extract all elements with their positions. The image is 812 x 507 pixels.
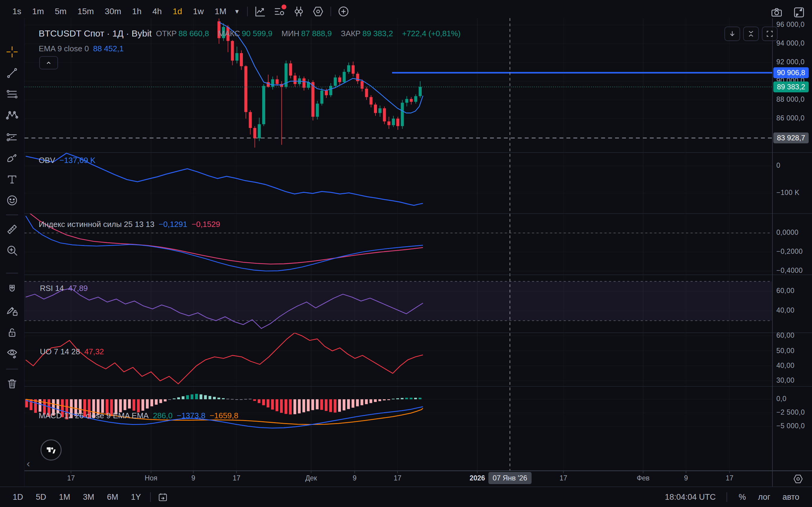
sidebar-divider: [6, 215, 18, 215]
price-axis-label: 92 000,0: [776, 58, 805, 66]
toolbar-divider: [247, 7, 248, 16]
bottom-toolbar: 1D5D1M3M6M1Y 18:04:04 UTC %логавто: [0, 487, 812, 507]
symbol-title[interactable]: BTCUSDT Спот · 1Д · Bybit: [39, 29, 152, 39]
ruler-icon[interactable]: [5, 223, 19, 236]
price-axis-label: 0,0000: [776, 228, 798, 237]
brush-icon[interactable]: [5, 152, 19, 165]
stat-close: ЗАКР89 383,2: [341, 29, 393, 38]
tsi-legend[interactable]: Индекс истинной силы 25 13 13 −0,1291 −0…: [39, 220, 220, 229]
drawing-toolbar: [0, 18, 24, 487]
toolbar-divider: [331, 7, 331, 16]
timezone-settings-icon[interactable]: [792, 473, 804, 486]
tradingview-logo[interactable]: [41, 439, 62, 460]
zoom-in-icon[interactable]: [5, 244, 19, 257]
lock-icon[interactable]: [5, 326, 19, 339]
trash-icon[interactable]: [5, 377, 19, 391]
bottom-divider: [150, 492, 151, 502]
scroll-to-recent-icon[interactable]: [724, 26, 740, 41]
time-axis-label: 9: [668, 474, 704, 482]
hide-drawings-icon[interactable]: [5, 346, 19, 360]
price-axis-label: −0,4000: [776, 267, 803, 275]
stat-high: МАКС90 599,9: [218, 29, 272, 38]
camera-icon[interactable]: [768, 4, 785, 20]
timeframe-4h[interactable]: 4h: [148, 4, 166, 19]
symbol-header[interactable]: BTCUSDT Спот · 1Д · Bybit ОТКР88 660,8 М…: [39, 29, 461, 39]
timeframe-1w[interactable]: 1w: [189, 4, 208, 19]
forecast-icon[interactable]: [5, 130, 19, 144]
timeframe-1M[interactable]: 1M: [210, 4, 231, 19]
xabcd-pattern-icon[interactable]: [5, 109, 19, 122]
timeframe-15m[interactable]: 15m: [73, 4, 98, 19]
price-axis-label: −2 500,0: [776, 408, 805, 416]
price-axis-label: 60,00: [776, 287, 795, 295]
top-right-actions: [768, 4, 807, 20]
time-axis-label: 9: [175, 474, 211, 482]
minimize-window-icon[interactable]: [791, 4, 807, 20]
timeframe-1s[interactable]: 1s: [8, 4, 26, 19]
timeframe-30m[interactable]: 30m: [100, 4, 126, 19]
text-tool-icon[interactable]: [5, 173, 19, 186]
time-axis[interactable]: 17Ноя917Дек917202617Фев91707 Янв '26: [24, 471, 812, 487]
price-axis-label: −5 000,0: [776, 422, 805, 430]
time-axis-label: 9: [337, 474, 373, 482]
magnet-icon[interactable]: [5, 283, 19, 296]
price-axis-label: 30,00: [776, 376, 795, 385]
timeframe-5m[interactable]: 5m: [50, 4, 71, 19]
maximize-pane-icon[interactable]: [762, 26, 777, 41]
price-axis-label: 40,00: [776, 306, 795, 315]
time-axis-label: 17: [711, 474, 748, 482]
template-hexagon-icon[interactable]: [310, 3, 326, 19]
timeframe-1h[interactable]: 1h: [128, 4, 146, 19]
toggle-лог[interactable]: лог: [753, 491, 775, 504]
chart-quick-buttons: [724, 26, 777, 41]
clock[interactable]: 18:04:04 UTC: [661, 493, 720, 502]
collapse-panes-icon[interactable]: [743, 26, 759, 41]
timeframe-1m[interactable]: 1m: [28, 4, 49, 19]
price-axis-label: 60,00: [776, 331, 795, 339]
indicators-icon[interactable]: [271, 3, 288, 19]
range-1D[interactable]: 1D: [8, 491, 28, 504]
collapse-legend-button[interactable]: [39, 56, 58, 69]
obv-legend[interactable]: OBV −137,69 K: [39, 156, 95, 165]
macd-legend[interactable]: MACD 12 26 close 9 EMA EMA 286,0 −1373,8…: [39, 411, 238, 420]
range-5D[interactable]: 5D: [31, 491, 51, 504]
ema-legend[interactable]: EMA 9 close 0 88 452,1: [39, 44, 123, 53]
range-1Y[interactable]: 1Y: [126, 491, 146, 504]
price-axis-label: −100 K: [776, 188, 800, 197]
fib-lines-icon[interactable]: [5, 88, 19, 101]
go-to-date-icon[interactable]: [155, 490, 171, 504]
crosshair-icon[interactable]: [5, 45, 19, 59]
range-6M[interactable]: 6M: [102, 491, 123, 504]
uo-legend[interactable]: UO 7 14 28 47,32: [40, 347, 104, 356]
range-3M[interactable]: 3M: [78, 491, 99, 504]
time-axis-label: 17: [545, 474, 581, 482]
price-badge: 89 383,2: [773, 81, 809, 92]
time-axis-label: Ноя: [133, 474, 169, 482]
sidebar-divider: [6, 369, 18, 370]
emoji-icon[interactable]: [5, 194, 19, 207]
timeframe-1d[interactable]: 1d: [168, 4, 187, 19]
stat-low: МИН87 888,9: [282, 29, 332, 38]
toggle-%[interactable]: %: [734, 491, 751, 504]
scale-toggles: %логавто: [734, 491, 804, 504]
time-axis-label: Фев: [625, 474, 661, 482]
compare-icon[interactable]: [291, 3, 307, 19]
bottom-divider: [726, 492, 727, 502]
trend-line-icon[interactable]: [5, 66, 19, 80]
toggle-авто[interactable]: авто: [777, 491, 804, 504]
price-axis-label: 94 000,0: [776, 39, 805, 47]
tradingview-chart-app: 1s1m5m15m30m1h4h1d1w1M ▼ BTCUSDT Спот · …: [0, 0, 812, 507]
scroll-left-chevron[interactable]: ‹: [27, 457, 30, 469]
timeframe-dropdown-caret[interactable]: ▼: [231, 6, 243, 17]
time-axis-label: Дек: [293, 474, 329, 482]
range-1M[interactable]: 1M: [54, 491, 75, 504]
price-change: +722,4 (+0,81%): [402, 29, 461, 38]
rsi-legend[interactable]: RSI 14 47,89: [40, 284, 88, 293]
time-axis-label: 17: [218, 474, 255, 482]
price-axis-label: 88 000,0: [776, 95, 805, 104]
drawing-lock-icon[interactable]: [5, 304, 19, 318]
chart-canvas[interactable]: [0, 0, 812, 507]
chart-style-icon[interactable]: [252, 3, 268, 19]
price-axis[interactable]: 96 000,094 000,092 000,090 000,088 000,0…: [773, 18, 812, 471]
add-plus-icon[interactable]: [335, 3, 352, 19]
